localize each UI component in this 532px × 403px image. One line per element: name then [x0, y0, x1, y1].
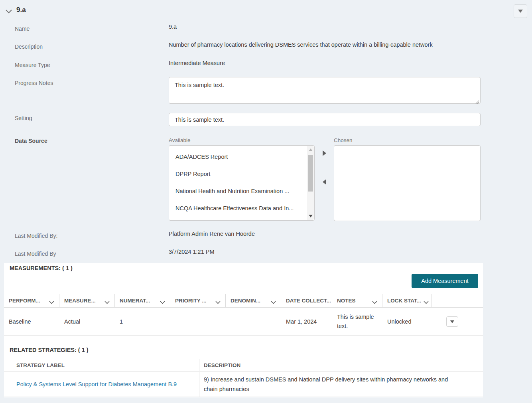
cell-date-collected: Mar 1, 2024 [281, 308, 332, 335]
measurements-panel: MEASUREMENTS: ( 1 ) Add Measurement PERF… [4, 263, 483, 397]
scrollbar-thumb[interactable] [308, 155, 313, 192]
available-label: Available [169, 137, 191, 143]
cell-notes: This is sample text. [332, 308, 382, 335]
column-header-measure[interactable]: MEASURE... [59, 294, 115, 307]
move-left-icon[interactable] [323, 179, 326, 185]
column-header-date-collected[interactable]: DATE COLLECT... [281, 294, 332, 307]
chevron-down-icon [271, 299, 276, 302]
description-label: Description [15, 43, 43, 50]
column-header-priority[interactable]: PRIORITY ... [170, 294, 226, 307]
cell-priority [170, 308, 226, 335]
setting-input[interactable] [169, 113, 481, 126]
row-menu-button[interactable] [446, 316, 458, 327]
last-modified-by-label: Last Modified By: [15, 233, 57, 239]
chevron-down-icon [160, 299, 165, 302]
cell-lock-status: Unlocked [382, 308, 432, 335]
related-strategies-title: RELATED STRATEGIES: ( 1 ) [10, 347, 89, 353]
related-strategies-table-header: STRATEGY LABEL DESCRIPTION [4, 359, 483, 371]
name-value: 9.a [169, 24, 177, 30]
measurements-table-header: PERFORM... MEASURE... NUMERAT... PRIORIT… [4, 294, 483, 308]
chevron-down-icon [49, 299, 54, 302]
chosen-listbox[interactable] [334, 145, 481, 221]
cell-measure: Actual [59, 308, 115, 335]
progress-notes-wrapper: This is sample text. [169, 77, 481, 104]
measure-type-label: Measure Type [15, 62, 50, 68]
last-modified-date-label: Last Modified By [15, 251, 56, 257]
section-header: 9.a [6, 6, 26, 14]
cell-denominator [226, 308, 281, 335]
add-measurement-button[interactable]: Add Measurement [412, 274, 478, 288]
dropdown-arrow-icon [518, 10, 523, 13]
list-item[interactable]: National Health and Nutrition Examinatio… [169, 182, 314, 200]
available-list: ADA/ADCES Report DPRP Report National He… [169, 146, 314, 217]
column-header-actions [432, 294, 483, 307]
cell-actions [432, 308, 483, 335]
cell-performance: Baseline [4, 308, 59, 335]
last-modified-by-value: Platform Admin Rene van Hoorde [169, 231, 255, 237]
description-value: Number of pharmacy locations delivering … [169, 41, 433, 48]
cell-strategy-description: 9) Increase and sustain DSMES and Nation… [199, 372, 483, 397]
last-modified-date-value: 3/7/2024 1:21 PM [169, 249, 214, 255]
available-listbox[interactable]: ADA/ADCES Report DPRP Report National He… [169, 145, 315, 221]
name-label: Name [15, 26, 30, 32]
column-header-performance[interactable]: PERFORM... [4, 294, 59, 307]
column-header-notes[interactable]: NOTES [332, 294, 382, 307]
setting-label: Setting [15, 115, 32, 121]
chevron-down-icon [215, 299, 221, 302]
move-right-icon[interactable] [323, 150, 326, 156]
chevron-down-icon [104, 299, 110, 302]
dropdown-arrow-icon [450, 320, 454, 323]
progress-notes-label: Progress Notes [15, 80, 53, 86]
strategy-link[interactable]: Policy & Systems Level Support for Diabe… [16, 379, 177, 389]
column-header-lock-status[interactable]: LOCK STAT... [382, 294, 432, 307]
column-header-numerator[interactable]: NUMERAT... [115, 294, 170, 307]
page-title: 9.a [16, 6, 26, 14]
list-item[interactable]: NCQA Healthcare Effectiveness Data and I… [169, 200, 314, 217]
measure-detail-page: 9.a Name Description Measure Type Progre… [0, 0, 532, 403]
header-actions-button[interactable] [514, 4, 527, 18]
table-row: Baseline Actual 1 Mar 1, 2024 This is sa… [4, 308, 483, 336]
list-item[interactable]: DPRP Report [169, 165, 314, 182]
chevron-down-icon[interactable] [6, 8, 12, 12]
column-header-strategy-label: STRATEGY LABEL [4, 359, 199, 371]
progress-notes-textarea[interactable]: This is sample text. [169, 77, 481, 104]
resize-handle-icon[interactable] [475, 99, 479, 103]
scroll-up-icon[interactable] [309, 148, 313, 151]
cell-strategy-label: Policy & Systems Level Support for Diabe… [4, 372, 199, 397]
measure-type-value: Intermediate Measure [169, 60, 225, 66]
data-source-label: Data Source [15, 138, 47, 144]
chevron-down-icon [424, 299, 429, 302]
chosen-label: Chosen [334, 137, 353, 143]
list-item[interactable]: ADA/ADCES Report [169, 148, 314, 165]
chevron-down-icon [372, 299, 377, 302]
measurements-title: MEASUREMENTS: ( 1 ) [10, 265, 73, 271]
cell-numerator: 1 [115, 308, 170, 335]
scrollbar[interactable] [307, 146, 314, 220]
scroll-down-icon[interactable] [309, 215, 313, 217]
table-row: Policy & Systems Level Support for Diabe… [4, 372, 483, 397]
column-header-denominator[interactable]: DENOMIN... [226, 294, 281, 307]
column-header-description: DESCRIPTION [199, 359, 483, 371]
